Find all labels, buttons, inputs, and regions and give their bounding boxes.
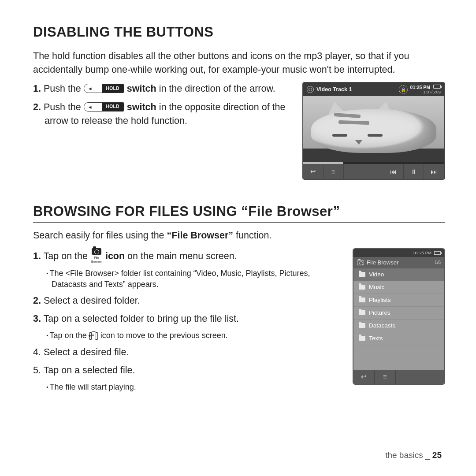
fb-step-4: 4. Select a desired file.	[33, 346, 342, 359]
lock-icon: 🔒	[399, 85, 408, 94]
list-item-label: Video	[369, 271, 384, 278]
folder-icon	[359, 285, 365, 290]
hold-switch-icon: ◂HOLD	[84, 102, 124, 112]
intro-paragraph-2: Search easily for files using the “File …	[33, 229, 445, 242]
browser-clock: 01:25 PM	[413, 250, 431, 255]
file-browser-header-icon	[357, 260, 364, 265]
page-footer: the basics _ 25	[385, 450, 442, 460]
list-item[interactable]: Music	[353, 281, 444, 294]
fb-step-2: 2. Select a desired folder.	[33, 294, 342, 308]
heading-disabling-buttons: DISABLING THE BUTTONS	[33, 24, 445, 43]
list-item[interactable]: Texts	[353, 332, 444, 345]
folder-icon	[359, 323, 365, 328]
hold-switch-icon: ◂HOLD	[84, 84, 124, 93]
player-elapsed: 1:37/5:09	[410, 90, 441, 94]
video-title: Video Track 1	[316, 86, 352, 93]
heading-file-browser: BROWSING FOR FILES USING “File Browser”	[33, 204, 445, 223]
return-icon: ↩	[91, 331, 96, 340]
fb-sub-1: The <File Browser> folder list containin…	[33, 268, 342, 290]
intro-paragraph-1: The hold function disables all the other…	[33, 49, 445, 77]
list-item-label: Playlists	[369, 297, 391, 303]
back-button[interactable]: ↩	[303, 164, 324, 179]
list-item-label: Music	[369, 284, 384, 290]
folder-icon	[359, 272, 365, 277]
folder-icon	[359, 298, 365, 302]
browser-title: File Browser	[367, 259, 398, 266]
file-browser-icon: File Browser	[90, 248, 103, 264]
film-reel-icon	[307, 86, 314, 93]
list-item[interactable]: Playlists	[353, 294, 444, 307]
step-2: 2. Push the ◂HOLD switch in the opposite…	[33, 100, 292, 128]
list-item-label: Texts	[369, 335, 383, 342]
list-item-label: Pictures	[369, 309, 390, 316]
browser-count: 1/6	[435, 260, 441, 265]
menu-button[interactable]: ≡	[375, 370, 396, 384]
back-button[interactable]: ↩	[353, 370, 375, 384]
pause-button[interactable]: ⏸	[404, 164, 424, 179]
file-browser-screenshot: 01:25 PM File Browser 1/6 VideoMusicPlay…	[353, 248, 445, 385]
fb-step-1: 1. Tap on the File Browser icon on the m…	[33, 248, 342, 264]
previous-button[interactable]: ⏮	[383, 164, 404, 179]
list-item[interactable]: Pictures	[353, 307, 444, 320]
menu-button[interactable]: ≡	[324, 164, 344, 179]
folder-icon	[359, 336, 365, 341]
fb-sub-5: The file will start playing.	[33, 382, 342, 392]
battery-icon	[434, 251, 441, 255]
list-item-label: Datacasts	[369, 322, 395, 329]
battery-icon	[433, 85, 441, 89]
fb-step-5: 5. Tap on a selected file.	[33, 364, 342, 377]
video-thumbnail-cat	[303, 96, 444, 162]
fb-sub-3: Tap on the [↩] icon to move to the previ…	[33, 330, 342, 341]
next-button[interactable]: ⏭	[424, 164, 444, 179]
list-item[interactable]: Video	[353, 268, 444, 281]
video-player-screenshot: Video Track 1 🔒 01:25 PM 1:37/5:09	[302, 82, 445, 180]
folder-icon	[359, 310, 365, 315]
step-1: 1. Push the ◂HOLD switch in the directio…	[33, 82, 292, 96]
fb-step-3: 3. Tap on a selected folder to bring up …	[33, 312, 342, 326]
list-item[interactable]: Datacasts	[353, 320, 444, 332]
